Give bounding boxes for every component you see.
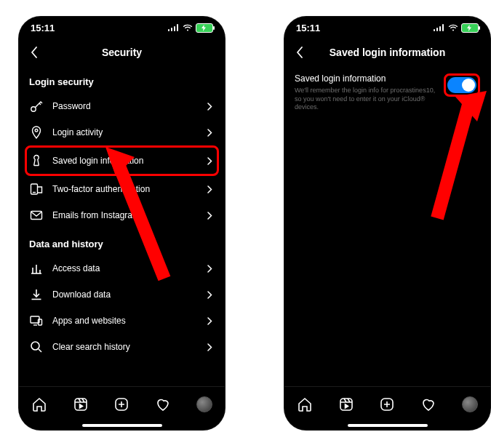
search-icon xyxy=(29,340,44,354)
wifi-icon xyxy=(448,24,458,31)
chevron-right-icon xyxy=(204,342,215,352)
key-icon xyxy=(29,99,44,113)
highlight-toggle xyxy=(444,73,480,97)
svg-point-1 xyxy=(35,129,38,132)
avatar-icon xyxy=(462,396,478,412)
row-access-data[interactable]: Access data xyxy=(29,255,215,281)
chevron-right-icon xyxy=(204,101,215,111)
chevron-right-icon xyxy=(204,263,215,273)
row-apps-websites[interactable]: Apps and websites xyxy=(29,308,215,334)
row-password[interactable]: Password xyxy=(29,93,215,119)
setting-title: Saved login information xyxy=(295,73,436,84)
header: Security xyxy=(19,39,225,66)
two-factor-icon xyxy=(29,182,44,196)
svg-line-13 xyxy=(437,100,470,218)
chevron-right-icon xyxy=(204,156,215,166)
back-button[interactable] xyxy=(292,44,308,60)
tab-new-post[interactable] xyxy=(113,396,129,412)
battery-icon xyxy=(196,23,213,33)
tab-new-post[interactable] xyxy=(379,396,395,412)
chevron-right-icon xyxy=(204,289,215,300)
tab-bar xyxy=(284,386,490,430)
chart-icon xyxy=(29,261,44,276)
signal-icon xyxy=(434,24,445,31)
page-title: Saved login information xyxy=(284,47,490,58)
battery-icon xyxy=(461,23,479,33)
tab-activity[interactable] xyxy=(420,396,436,412)
toggle-knob xyxy=(462,79,475,92)
svg-point-6 xyxy=(31,342,39,350)
status-time: 15:11 xyxy=(31,23,55,33)
row-label: Access data xyxy=(52,263,196,273)
chevron-right-icon xyxy=(204,127,215,137)
phone-saved-login: 15:11 Saved login information Saved logi… xyxy=(284,17,490,430)
wifi-icon xyxy=(183,24,193,31)
row-two-factor[interactable]: Two-factor authentication xyxy=(29,176,215,202)
setting-saved-login: Saved login information We'll remember t… xyxy=(284,66,490,112)
row-download-data[interactable]: Download data xyxy=(29,281,215,308)
location-icon xyxy=(29,125,44,140)
section-login-security: Login security xyxy=(29,66,215,93)
tab-reels[interactable] xyxy=(338,396,354,412)
highlight-saved-login: Saved login information xyxy=(25,145,219,176)
tab-profile[interactable] xyxy=(462,396,478,412)
download-icon xyxy=(29,287,44,302)
home-indicator xyxy=(82,424,162,427)
tab-bar xyxy=(19,386,225,430)
home-indicator xyxy=(348,424,428,427)
status-time: 15:11 xyxy=(296,23,320,33)
tab-home[interactable] xyxy=(297,396,313,412)
devices-icon xyxy=(29,313,44,328)
row-label: Password xyxy=(52,101,196,111)
row-label: Emails from Instagram xyxy=(52,210,196,220)
tab-reels[interactable] xyxy=(73,396,89,412)
status-bar: 15:11 xyxy=(284,17,490,39)
row-label: Login activity xyxy=(52,127,196,137)
setting-description: We'll remember the login info for procra… xyxy=(295,87,436,112)
row-label: Clear search history xyxy=(52,342,196,352)
back-button[interactable] xyxy=(26,44,42,60)
page-title: Security xyxy=(19,47,225,58)
chevron-right-icon xyxy=(204,210,215,220)
row-login-activity[interactable]: Login activity xyxy=(29,119,215,145)
keyhole-icon xyxy=(29,153,44,168)
tab-activity[interactable] xyxy=(155,396,171,412)
phone-security: 15:11 Security Login security xyxy=(19,17,225,430)
tab-profile[interactable] xyxy=(196,396,212,412)
row-clear-search[interactable]: Clear search history xyxy=(29,334,215,360)
avatar-icon xyxy=(196,396,212,412)
signal-icon xyxy=(168,24,180,31)
mail-icon xyxy=(29,208,44,223)
svg-point-0 xyxy=(31,107,36,111)
row-label: Saved login information xyxy=(52,156,196,166)
status-bar: 15:11 xyxy=(19,17,225,39)
section-data-history: Data and history xyxy=(29,228,215,255)
chevron-right-icon xyxy=(204,184,215,194)
chevron-right-icon xyxy=(204,316,215,326)
row-emails[interactable]: Emails from Instagram xyxy=(29,202,215,228)
svg-rect-5 xyxy=(39,319,42,325)
tab-home[interactable] xyxy=(31,396,47,412)
row-saved-login[interactable]: Saved login information xyxy=(29,148,215,174)
toggle-saved-login[interactable] xyxy=(447,77,476,93)
row-label: Download data xyxy=(52,289,196,300)
header: Saved login information xyxy=(284,39,490,66)
row-label: Apps and websites xyxy=(52,316,196,326)
row-label: Two-factor authentication xyxy=(52,184,196,194)
